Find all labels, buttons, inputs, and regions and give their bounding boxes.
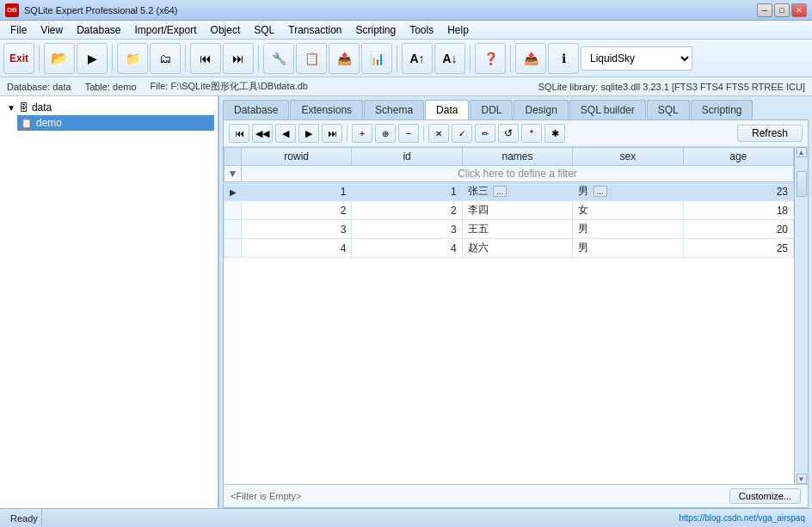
cell-names-1[interactable]: 张三 ... (462, 182, 572, 201)
save-record-button[interactable]: ✓ (452, 124, 472, 143)
filter-row[interactable]: ▼ Click here to define a filter (225, 166, 794, 182)
cell-rowid-2[interactable]: 2 (242, 201, 352, 220)
cell-age-4[interactable]: 25 (683, 239, 793, 258)
table-row[interactable]: 4 4 赵六 男 25 (225, 239, 794, 258)
prev-record-button[interactable]: ◀ (275, 124, 296, 143)
exit-button[interactable]: Exit (3, 43, 34, 74)
col-header-rowid[interactable]: rowid (242, 148, 352, 166)
tab-sql[interactable]: SQL (647, 100, 690, 119)
tab-ddl[interactable]: DDL (470, 100, 513, 119)
add-record-button[interactable]: + (352, 124, 372, 143)
tree-item-demo[interactable]: 📋 demo (17, 115, 214, 131)
cell-age-1[interactable]: 23 (683, 182, 793, 201)
menu-item-tools[interactable]: Tools (403, 21, 440, 40)
scroll-thumb[interactable] (797, 171, 807, 197)
vertical-scrollbar[interactable]: ▲ ▼ (794, 147, 808, 484)
tab-extensions[interactable]: Extensions (290, 100, 363, 119)
menu-item-database[interactable]: Database (70, 21, 127, 40)
delete-record-button[interactable]: − (398, 124, 419, 143)
refresh-button[interactable]: Refresh (737, 125, 803, 142)
tree-item-data[interactable]: ▼ 🗄 data (3, 100, 214, 115)
scroll-up-arrow[interactable]: ▲ (797, 147, 807, 157)
toolbar-btn-5[interactable]: ⏮ (190, 43, 221, 74)
open-button[interactable]: 📂 (44, 43, 75, 74)
cell-id-2[interactable]: 2 (352, 201, 462, 220)
theme-dropdown[interactable]: LiquidSky (581, 46, 692, 70)
col-header-id[interactable]: id (352, 148, 462, 166)
data-table-wrap[interactable]: rowid id names sex age ▼ Click he (224, 147, 808, 484)
tab-scripting[interactable]: Scripting (691, 100, 754, 119)
scroll-down-arrow[interactable]: ▼ (797, 474, 807, 484)
tab-sql-builder[interactable]: SQL builder (569, 100, 646, 119)
sex-dots-1[interactable]: ... (594, 186, 607, 197)
toolbar-btn-3[interactable]: 📁 (117, 43, 148, 74)
menu-item-help[interactable]: Help (440, 21, 476, 40)
menu-item-sql[interactable]: SQL (247, 21, 281, 40)
cell-age-3[interactable]: 20 (683, 220, 793, 239)
cell-sex-3[interactable]: 男 (573, 220, 683, 239)
table-row[interactable]: ▶ 1 1 张三 ... 男 ... (225, 182, 794, 201)
info-bar: Database: data Table: demo File: F:\SQLi… (0, 77, 812, 96)
table-row[interactable]: 3 3 王五 男 20 (225, 220, 794, 239)
toolbar-btn-4[interactable]: 🗂 (150, 43, 181, 74)
next-record-button[interactable]: ▶ (298, 124, 319, 143)
cancel-edit-button[interactable]: ✕ (428, 124, 449, 143)
names-dots-1[interactable]: ... (493, 186, 507, 197)
cell-rowid-1[interactable]: 1 (242, 182, 352, 201)
toolbar-btn-10[interactable]: 📊 (361, 43, 392, 74)
wildcard2-button[interactable]: ✱ (544, 124, 565, 143)
toolbar-font-down[interactable]: A↓ (434, 43, 465, 74)
main-layout: ▼ 🗄 data 📋 demo DatabaseExtensionsSchema… (0, 96, 812, 508)
toolbar-btn-6[interactable]: ⏭ (223, 43, 254, 74)
table-row[interactable]: 2 2 李四 女 18 (225, 201, 794, 220)
cell-names-4[interactable]: 赵六 (462, 239, 572, 258)
maximize-button[interactable]: □ (774, 3, 790, 17)
cell-sex-4[interactable]: 男 (573, 239, 683, 258)
toolbar-separator-2 (112, 45, 113, 72)
toolbar-btn-8[interactable]: 📋 (296, 43, 327, 74)
menu-item-transaction[interactable]: Transaction (281, 21, 348, 40)
tab-database[interactable]: Database (223, 100, 289, 119)
cell-id-4[interactable]: 4 (352, 239, 462, 258)
cell-id-3[interactable]: 3 (352, 220, 462, 239)
add-copy-button[interactable]: ⊕ (375, 124, 396, 143)
toolbar-font-up[interactable]: A↑ (402, 43, 433, 74)
cell-sex-2[interactable]: 女 (573, 201, 683, 220)
last-record-button[interactable]: ⏭ (322, 124, 342, 143)
cell-names-2[interactable]: 李四 (462, 201, 572, 220)
toolbar-info[interactable]: ℹ (548, 43, 579, 74)
toolbar-btn-9[interactable]: 📤 (329, 43, 360, 74)
tab-schema[interactable]: Schema (364, 100, 424, 119)
menu-item-import/export[interactable]: Import/Export (128, 21, 204, 40)
menu-item-file[interactable]: File (3, 21, 34, 40)
edit-record-button[interactable]: ✏ (475, 124, 495, 143)
db-info: Database: data (7, 82, 71, 92)
cell-rowid-4[interactable]: 4 (242, 239, 352, 258)
cell-id-1[interactable]: 1 (352, 182, 462, 201)
col-header-names[interactable]: names (462, 148, 572, 166)
prev-page-button[interactable]: ◀◀ (252, 124, 273, 143)
col-header-age[interactable]: age (683, 148, 793, 166)
col-header-sex[interactable]: sex (573, 148, 683, 166)
toolbar-btn-2[interactable]: ▶ (77, 43, 108, 74)
menu-item-object[interactable]: Object (204, 21, 248, 40)
toolbar-btn-11[interactable]: 📤 (515, 43, 546, 74)
cell-age-2[interactable]: 18 (683, 201, 793, 220)
filter-text[interactable]: Click here to define a filter (242, 166, 794, 182)
customize-button[interactable]: Customize... (729, 488, 801, 504)
cell-rowid-3[interactable]: 3 (242, 220, 352, 239)
cell-names-3[interactable]: 王五 (462, 220, 572, 239)
toolbar-btn-7[interactable]: 🔧 (263, 43, 294, 74)
minimize-button[interactable]: ─ (757, 3, 772, 17)
first-record-button[interactable]: ⏮ (229, 124, 249, 143)
menu-item-view[interactable]: View (34, 21, 70, 40)
table-scroll-area[interactable]: rowid id names sex age ▼ Click he (224, 147, 794, 484)
cell-sex-1[interactable]: 男 ... (573, 182, 683, 201)
tab-design[interactable]: Design (514, 100, 568, 119)
close-button[interactable]: ✕ (791, 3, 807, 17)
wildcard-button[interactable]: * (521, 124, 542, 143)
tab-data[interactable]: Data (425, 100, 469, 119)
menu-item-scripting[interactable]: Scripting (349, 21, 403, 40)
refresh-icon-button[interactable]: ↺ (498, 124, 519, 143)
toolbar-help[interactable]: ❓ (475, 43, 506, 74)
